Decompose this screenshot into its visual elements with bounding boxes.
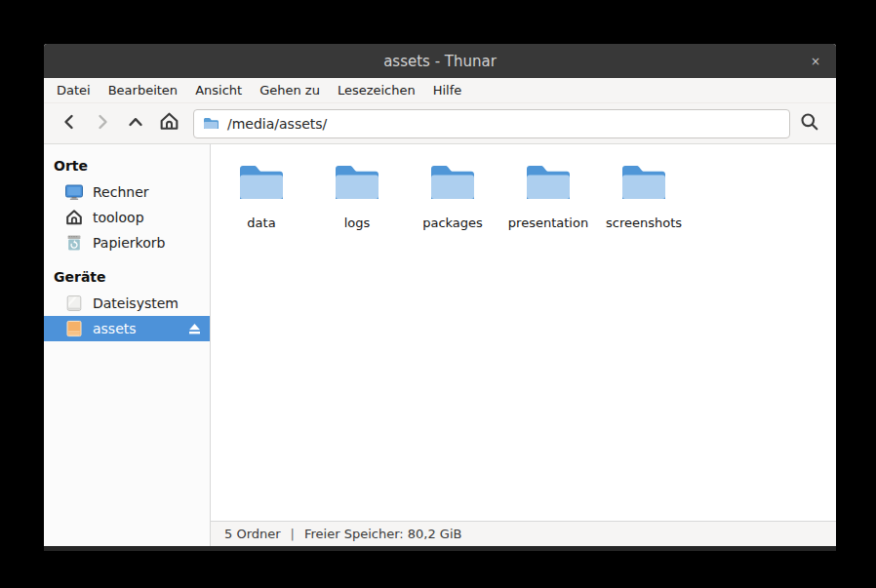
status-separator: |	[291, 527, 295, 541]
search-icon	[799, 111, 820, 137]
menu-lesezeichen[interactable]: Lesezeichen	[329, 79, 424, 101]
sidebar-item-label: Papierkorb	[93, 235, 165, 251]
folder-item-screenshots[interactable]: screenshots	[596, 159, 692, 230]
status-free-space: Freier Speicher: 80,2 GiB	[304, 527, 461, 541]
home-button[interactable]	[152, 108, 185, 139]
back-button[interactable]	[53, 108, 86, 139]
folder-label: presentation	[508, 216, 588, 230]
window-title: assets - Thunar	[383, 53, 497, 70]
sidebar-item-papierkorb[interactable]: Papierkorb	[44, 230, 210, 255]
trash-icon	[64, 233, 84, 253]
sidebar-item-rechner[interactable]: Rechner	[44, 179, 210, 205]
path-bar[interactable]: /media/assets/	[193, 109, 790, 138]
orange-drive-icon	[64, 319, 84, 338]
status-bar: 5 Ordner | Freier Speicher: 80,2 GiB	[211, 521, 836, 546]
file-view[interactable]: data logs	[211, 144, 836, 521]
sidebar-item-tooloop[interactable]: tooloop	[44, 205, 210, 230]
eject-icon[interactable]	[187, 323, 202, 335]
close-icon[interactable]: ×	[805, 44, 826, 78]
folder-icon	[428, 161, 477, 206]
folder-item-presentation[interactable]: presentation	[500, 159, 596, 230]
folder-icon	[237, 161, 286, 206]
folder-label: logs	[344, 216, 371, 230]
menu-ansicht[interactable]: Ansicht	[186, 79, 251, 101]
folder-item-logs[interactable]: logs	[309, 159, 405, 230]
thunar-window: assets - Thunar × Datei Bearbeiten Ansic…	[44, 44, 836, 551]
up-button[interactable]	[119, 108, 152, 139]
home-icon	[158, 110, 180, 137]
folder-icon	[524, 161, 573, 206]
sidebar-item-assets[interactable]: assets	[44, 316, 210, 341]
sidebar-item-label: tooloop	[93, 210, 144, 225]
toolbar: /media/assets/	[44, 103, 836, 144]
folder-label: data	[247, 216, 275, 230]
forward-icon	[93, 112, 112, 136]
folder-small-icon	[203, 116, 219, 131]
sidebar-item-dateisystem[interactable]: Dateisystem	[44, 291, 210, 316]
sidebar-item-label: Dateisystem	[93, 295, 179, 311]
search-button[interactable]	[792, 108, 827, 139]
folder-icon	[619, 161, 668, 206]
menu-datei[interactable]: Datei	[48, 79, 100, 101]
sidebar-item-label: assets	[93, 321, 137, 336]
menu-gehen-zu[interactable]: Gehen zu	[251, 79, 329, 101]
sidebar-section-orte: Orte	[44, 151, 210, 179]
folder-item-data[interactable]: data	[214, 159, 309, 230]
main-column: data logs	[210, 144, 836, 546]
menu-bearbeiten[interactable]: Bearbeiten	[100, 79, 186, 101]
computer-icon	[64, 182, 84, 202]
sidebar: Orte Rechner	[44, 144, 210, 546]
forward-button[interactable]	[86, 108, 119, 139]
title-bar[interactable]: assets - Thunar ×	[44, 44, 836, 78]
menu-hilfe[interactable]: Hilfe	[424, 79, 471, 101]
menu-bar: Datei Bearbeiten Ansicht Gehen zu Leseze…	[44, 78, 836, 103]
up-icon	[126, 112, 145, 136]
back-icon	[60, 112, 79, 136]
harddisk-icon	[64, 294, 84, 313]
path-text[interactable]: /media/assets/	[227, 116, 327, 132]
folder-label: packages	[422, 216, 483, 230]
folder-label: screenshots	[606, 216, 682, 230]
home-icon	[64, 208, 84, 227]
folder-item-packages[interactable]: packages	[405, 159, 500, 230]
folder-icon	[333, 161, 381, 206]
desktop-background: assets - Thunar × Datei Bearbeiten Ansic…	[0, 0, 876, 588]
window-body: Orte Rechner	[44, 144, 836, 546]
sidebar-item-label: Rechner	[93, 184, 149, 200]
sidebar-section-geraete: Geräte	[44, 262, 210, 291]
status-folder-count: 5 Ordner	[224, 527, 281, 541]
